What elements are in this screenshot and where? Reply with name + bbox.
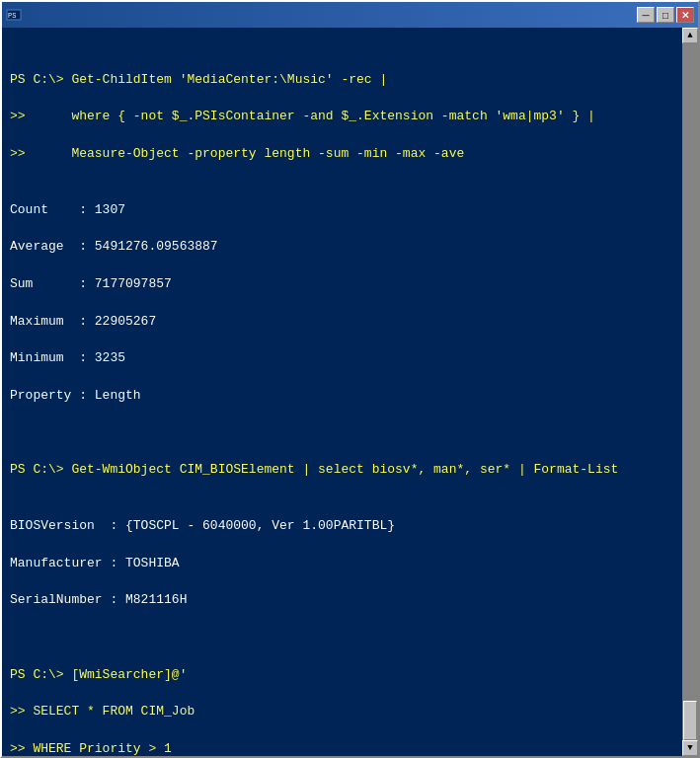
scroll-up-button[interactable]: ▲ [682,28,698,43]
terminal-line: >> Measure-Object -property length -sum … [10,145,674,164]
scroll-track [682,43,698,740]
close-button[interactable]: ✕ [676,7,694,23]
vertical-scrollbar[interactable]: ▲ ▼ [682,28,698,756]
window-icon: PS [6,7,22,23]
terminal-line: Property : Length [10,387,674,406]
terminal-line: Count : 1307 [10,201,674,220]
terminal-line: SerialNumber : M821116H [10,591,674,610]
maximize-button[interactable]: □ [657,7,674,23]
terminal-line: >> where { -not $_.PSIsContainer -and $_… [10,108,674,126]
terminal-line: PS C:\> Get-WmiObject CIM_BIOSElement | … [10,461,674,480]
terminal-line: Sum : 7177097857 [10,275,674,294]
minimize-button[interactable]: ─ [637,7,655,23]
svg-text:PS: PS [8,12,16,20]
terminal-output[interactable]: PS C:\> Get-ChildItem 'MediaCenter:\Musi… [2,28,682,756]
terminal-line: BIOSVersion : {TOSCPL - 6040000, Ver 1.0… [10,517,674,536]
terminal-line: >> SELECT * FROM CIM_Job [10,703,674,721]
terminal-line: Average : 5491276.09563887 [10,238,674,257]
terminal-line: Maximum : 22905267 [10,313,674,332]
terminal-line: PS C:\> [WmiSearcher]@' [10,666,674,685]
terminal-line: Manufacturer : TOSHIBA [10,555,674,573]
scroll-thumb[interactable] [683,701,697,740]
scroll-down-button[interactable]: ▼ [682,740,698,756]
title-bar: PS ─ □ ✕ [2,2,698,28]
window-controls: ─ □ ✕ [637,7,694,23]
content-area: PS C:\> Get-ChildItem 'MediaCenter:\Musi… [2,28,698,756]
powershell-window: PS ─ □ ✕ PS C:\> Get-ChildItem 'MediaCen… [0,0,700,758]
terminal-line: >> WHERE Priority > 1 [10,740,674,756]
terminal-line: Minimum : 3235 [10,349,674,368]
terminal-line: PS C:\> Get-ChildItem 'MediaCenter:\Musi… [10,71,674,90]
